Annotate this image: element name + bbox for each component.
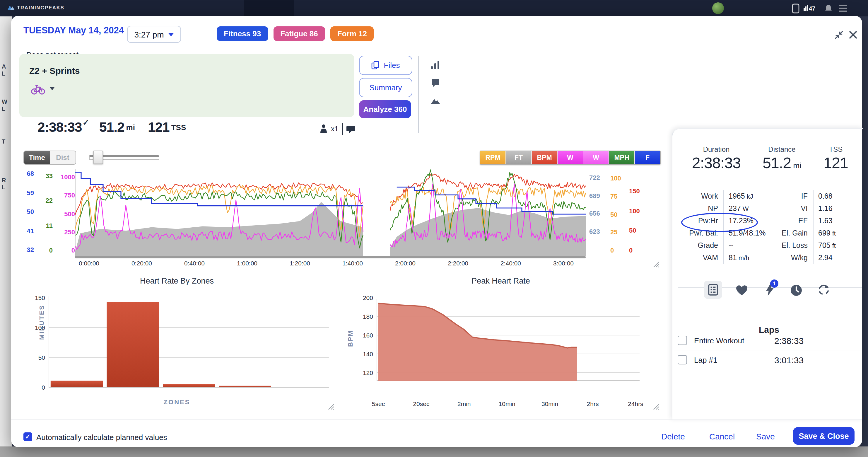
lap-time: 2:38:33 bbox=[774, 335, 804, 345]
heart-icon[interactable] bbox=[736, 284, 748, 297]
stat-row: El. Loss705ft bbox=[773, 239, 836, 251]
resize-handle[interactable] bbox=[328, 404, 335, 410]
badge-fatigue[interactable]: Fatigue 86 bbox=[273, 26, 325, 41]
divider bbox=[723, 239, 724, 251]
main-workout-graph[interactable] bbox=[75, 169, 586, 256]
x-tick: 1:00:00 bbox=[221, 260, 274, 267]
lap-row[interactable]: Entire Workout2:38:33 bbox=[674, 331, 862, 350]
peak-hr-title: Peak Heart Rate bbox=[471, 277, 530, 285]
chat-icon[interactable] bbox=[346, 124, 356, 133]
divider bbox=[813, 190, 813, 202]
resize-handle[interactable] bbox=[653, 404, 659, 410]
axis-cadence-rpm: 1007550250 bbox=[610, 175, 624, 254]
legend-w[interactable]: W bbox=[583, 151, 609, 164]
axis-tick: 100 bbox=[629, 207, 640, 214]
stats-table-right: IF0.68VI1.16EF1.63El. Gain699ftEl. Loss7… bbox=[773, 190, 836, 264]
x-tick: 3:00:00 bbox=[537, 260, 590, 267]
screen: TRAININGPEAKS 47 A LW LTR L 37.9 mi TUES… bbox=[0, 0, 868, 457]
x-tick: 2:00:00 bbox=[379, 260, 432, 267]
zone-bar[interactable] bbox=[106, 302, 159, 387]
metric-badges: Fitness 93Fatigue 86Form 12 bbox=[217, 26, 374, 41]
background-sidebar: A LW LTR L bbox=[0, 17, 12, 447]
close-icon[interactable] bbox=[848, 30, 858, 40]
resize-handle[interactable] bbox=[653, 261, 659, 268]
peak-hr-chart[interactable] bbox=[377, 297, 640, 381]
lap-row[interactable]: Lap #13:01:33 bbox=[674, 351, 862, 369]
files-button[interactable]: Files bbox=[359, 56, 412, 75]
x-tick: 0:00:00 bbox=[63, 260, 115, 267]
graph-x-ticks: 0:00:000:20:000:40:001:00:001:20:001:40:… bbox=[63, 260, 590, 267]
legend-ft[interactable]: FT bbox=[506, 151, 532, 164]
chart-mini-icon[interactable] bbox=[804, 5, 808, 11]
axis-temp-f: 6859504132 bbox=[21, 170, 34, 253]
lap-name: Lap #1 bbox=[694, 355, 717, 364]
toggle-time[interactable]: Time bbox=[24, 151, 50, 164]
auto-calc-checkbox[interactable]: ✓ bbox=[24, 432, 32, 441]
zone-bar[interactable] bbox=[51, 381, 103, 387]
trainingpeaks-logo[interactable]: TRAININGPEAKS bbox=[8, 4, 64, 10]
legend-f[interactable]: F bbox=[635, 151, 660, 164]
peak-x-tick: 24hrs bbox=[621, 400, 650, 407]
avatar[interactable] bbox=[712, 2, 724, 14]
legend-bpm[interactable]: BPM bbox=[532, 151, 558, 164]
legend-mph[interactable]: MPH bbox=[609, 151, 635, 164]
clock-icon[interactable] bbox=[790, 284, 802, 297]
stat-label: El. Gain bbox=[773, 229, 808, 237]
legend-w[interactable]: W bbox=[558, 151, 583, 164]
hr-zones-chart[interactable] bbox=[49, 294, 329, 388]
delete-button[interactable]: Delete bbox=[661, 432, 685, 441]
zones-y-tick: 100 bbox=[32, 324, 45, 331]
topbar-counter[interactable]: 47 bbox=[809, 5, 815, 12]
zoom-slider-handle[interactable] bbox=[93, 151, 103, 164]
save-button[interactable]: Save bbox=[756, 432, 775, 441]
elevation-icon[interactable] bbox=[431, 95, 440, 105]
comment-icon[interactable] bbox=[431, 78, 440, 88]
collapse-icon[interactable] bbox=[834, 30, 844, 40]
divider bbox=[813, 239, 813, 251]
bell-icon[interactable] bbox=[825, 4, 832, 12]
files-icon bbox=[372, 61, 380, 70]
stat-row: VI1.16 bbox=[773, 202, 836, 214]
phone-icon[interactable] bbox=[792, 3, 800, 13]
workout-metrics: 2:38:33 ✓ 51.2 mi 121 TSS bbox=[37, 120, 186, 135]
workout-modal: TUESDAY May 14, 2024 3:27 pm Fitness 93F… bbox=[11, 16, 862, 447]
stat-value: -- bbox=[728, 241, 734, 249]
zone-bar[interactable] bbox=[219, 386, 271, 387]
peak-y-tick: 140 bbox=[359, 351, 373, 357]
summary-value: 121 bbox=[804, 154, 868, 172]
toggle-dist[interactable]: Dist bbox=[50, 151, 75, 164]
divider bbox=[813, 214, 813, 227]
peak-ylabel: BPM bbox=[347, 330, 354, 347]
peak-hr-area[interactable] bbox=[378, 303, 577, 381]
legend-rpm[interactable]: RPM bbox=[480, 151, 506, 164]
lap-checkbox[interactable] bbox=[678, 336, 687, 345]
chart-icon[interactable] bbox=[431, 60, 440, 70]
zones-y-tick: 50 bbox=[32, 354, 45, 361]
save-close-button[interactable]: Save & Close bbox=[793, 427, 855, 445]
analyze-360-button[interactable]: Analyze 360 bbox=[359, 100, 411, 118]
sidebar-label-fragment: R L bbox=[2, 177, 6, 190]
zone-bar[interactable] bbox=[163, 384, 215, 387]
graph-scroll-track[interactable] bbox=[75, 256, 586, 258]
summary-button[interactable]: Summary bbox=[359, 78, 412, 97]
topbar-active-tab[interactable] bbox=[244, 0, 294, 17]
sport-selector[interactable] bbox=[29, 82, 55, 95]
divider bbox=[813, 251, 813, 264]
menu-icon[interactable] bbox=[839, 5, 847, 12]
summary-value: 2:38:33 bbox=[684, 154, 748, 172]
summary-tss: TSS121 bbox=[804, 145, 868, 172]
cycle-icon[interactable] bbox=[818, 283, 830, 296]
badge-form[interactable]: Form 12 bbox=[330, 26, 374, 41]
badge-fitness[interactable]: Fitness 93 bbox=[217, 26, 268, 41]
bolt-badge: 1 bbox=[770, 279, 778, 288]
stat-label: Work bbox=[678, 192, 718, 200]
stat-label: El. Loss bbox=[773, 241, 808, 249]
workout-title: Z2 + Sprints bbox=[29, 66, 80, 75]
divider bbox=[723, 190, 724, 202]
lap-checkbox[interactable] bbox=[678, 355, 687, 364]
peaks-icon bbox=[8, 4, 14, 10]
cancel-button[interactable]: Cancel bbox=[709, 432, 735, 441]
peak-y-tick: 120 bbox=[359, 369, 373, 376]
time-select[interactable]: 3:27 pm bbox=[127, 26, 181, 43]
peak-x-tick: 20sec bbox=[407, 400, 435, 407]
